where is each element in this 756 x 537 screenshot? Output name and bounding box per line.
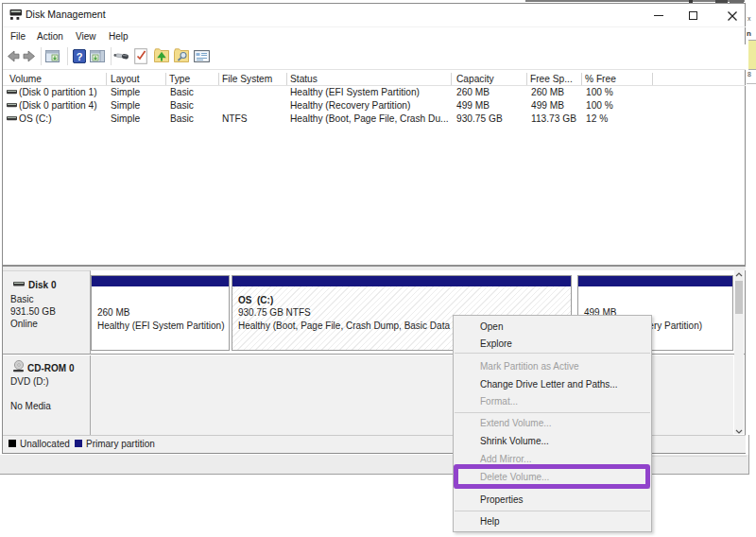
svg-text:?: ? [77, 51, 83, 62]
